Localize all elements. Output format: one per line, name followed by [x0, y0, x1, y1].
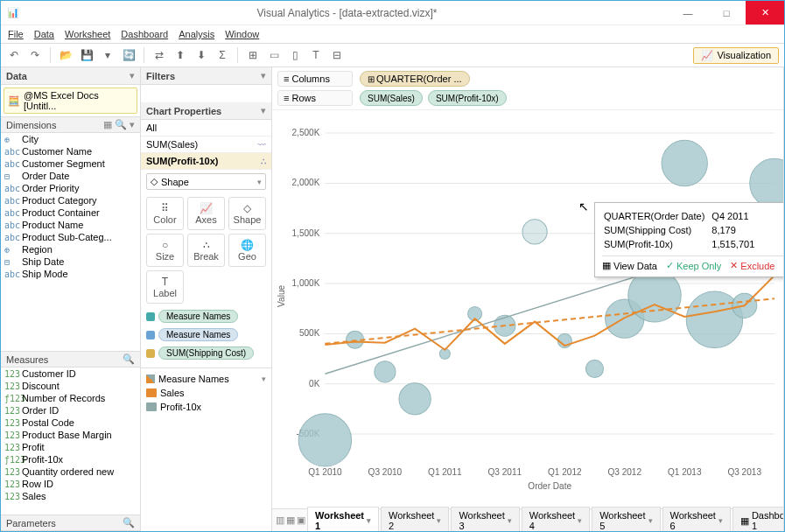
marktype-select[interactable]: ◇ Shape — [146, 173, 266, 190]
columns-pill[interactable]: ⊞ QUARTER(Order ... — [360, 71, 470, 87]
tab-worksheet-1[interactable]: Worksheet 1 ▾ — [307, 507, 379, 531]
svg-text:1,000K: 1,000K — [292, 278, 320, 288]
menu-file[interactable]: File — [8, 29, 24, 39]
totals-icon[interactable]: Σ — [214, 47, 230, 63]
tab-worksheet-2[interactable]: Worksheet 2 ▾ — [381, 507, 449, 531]
search-icon[interactable]: 🔍 — [115, 119, 127, 130]
new-sheet-icon-2[interactable]: ▦ — [286, 514, 295, 526]
menu-worksheet[interactable]: Worksheet — [65, 29, 110, 39]
svg-text:1,500K: 1,500K — [292, 228, 320, 238]
rows-pill-sales[interactable]: SUM(Sales) — [360, 90, 423, 106]
chevron-down-icon[interactable]: ▾ — [130, 70, 135, 81]
open-icon[interactable]: 📂 — [58, 47, 74, 63]
measure-field[interactable]: 123Profit — [1, 441, 140, 453]
dimension-field[interactable]: ⊟Order Date — [1, 170, 140, 182]
app-icon: 📊 — [1, 7, 25, 18]
tab-dashboard-1[interactable]: ▦ Dashboard 1 ▾ — [732, 507, 784, 531]
redo-icon[interactable]: ↷ — [27, 47, 43, 63]
marks-card-shape[interactable]: ◇Shape — [228, 197, 266, 230]
new-dashboard-icon[interactable]: ▣ — [297, 514, 305, 526]
measure-field[interactable]: 123Sales — [1, 490, 140, 502]
toggle1-icon[interactable]: ▭ — [266, 47, 282, 63]
sort-desc-icon[interactable]: ⬇ — [193, 47, 209, 63]
abc-icon[interactable]: T — [308, 47, 324, 63]
keep-only-link[interactable]: ✓ Keep Only — [666, 260, 721, 271]
view-data-link[interactable]: ▦ View Data — [602, 260, 657, 271]
dimension-field[interactable]: abcOrder Priority — [1, 182, 140, 194]
search-icon[interactable]: 🔍 — [123, 517, 135, 528]
dimension-field[interactable]: abcProduct Name — [1, 219, 140, 231]
encoding-row[interactable]: Measure Names — [141, 307, 271, 326]
toggle2-icon[interactable]: ▯ — [287, 47, 303, 63]
dimension-field[interactable]: abcProduct Category — [1, 194, 140, 206]
measure-field[interactable]: 123Customer ID — [1, 368, 140, 380]
chartprops-profit[interactable]: SUM(Profit-10x)∴ — [141, 153, 271, 170]
rows-pill-profit[interactable]: SUM(Profit-10x) — [428, 90, 507, 106]
dimension-field[interactable]: abcCustomer Segment — [1, 158, 140, 170]
measure-field[interactable]: 123Quantity ordered new — [1, 466, 140, 478]
swap-icon[interactable]: ⇄ — [151, 47, 167, 63]
dimension-field[interactable]: ⊕Region — [1, 243, 140, 256]
save-icon[interactable]: 💾 — [79, 47, 95, 63]
menu-window[interactable]: Window — [225, 29, 259, 39]
measure-field[interactable]: ƒ123Number of Records — [1, 392, 140, 404]
marks-card-color[interactable]: ⠿Color — [146, 197, 184, 230]
menu-data[interactable]: Data — [34, 29, 54, 39]
tab-worksheet-4[interactable]: Worksheet 4 ▾ — [522, 507, 590, 531]
marks-card-axes[interactable]: 📈Axes — [187, 197, 225, 230]
measure-field[interactable]: 123Order ID — [1, 404, 140, 416]
grid-icon[interactable]: ▦ — [103, 119, 112, 130]
measure-field[interactable]: ƒ123Profit-10x — [1, 453, 140, 466]
encoding-row[interactable]: SUM(Shipping Cost) — [141, 344, 271, 362]
menu-analysis[interactable]: Analysis — [179, 29, 214, 39]
marks-card-geo[interactable]: 🌐Geo — [228, 234, 266, 267]
svg-point-24 — [298, 414, 351, 466]
chartprops-all[interactable]: All — [141, 120, 271, 136]
measure-field[interactable]: 123Discount — [1, 380, 140, 392]
dimension-field[interactable]: ⊕City — [1, 133, 140, 145]
dimension-field[interactable]: abcProduct Container — [1, 206, 140, 219]
legend-item[interactable]: Profit-10x — [146, 400, 266, 414]
dimension-field[interactable]: abcProduct Sub-Categ... — [1, 231, 140, 243]
marks-card-break[interactable]: ∴Break — [187, 234, 225, 267]
measure-field[interactable]: 123Postal Code — [1, 416, 140, 429]
tab-worksheet-6[interactable]: Worksheet 6 ▾ — [662, 507, 731, 531]
measure-field[interactable]: 123Product Base Margin — [1, 429, 140, 441]
dimension-field[interactable]: abcShip Mode — [1, 268, 140, 280]
measures-list: 123Customer ID123Discountƒ123Number of R… — [1, 368, 140, 514]
undo-icon[interactable]: ↶ — [6, 47, 22, 63]
tab-worksheet-3[interactable]: Worksheet 3 ▾ — [451, 507, 519, 531]
legend-title[interactable]: Measure Names — [146, 372, 266, 386]
menu-dashboard[interactable]: Dashboard — [121, 29, 168, 39]
datasource-item[interactable]: 🧮 @MS Excel Docs [Untitl... — [4, 88, 137, 114]
svg-point-36 — [662, 140, 707, 186]
menubar: File Data Worksheet Dashboard Analysis W… — [1, 25, 784, 43]
chartprops-sales[interactable]: SUM(Sales)〰 — [141, 136, 271, 153]
maximize-button[interactable]: □ — [707, 1, 746, 24]
new-sheet-icon[interactable]: ▥ — [276, 514, 284, 526]
marks-card-label[interactable]: TLabel — [146, 270, 184, 304]
group-icon[interactable]: ⊞ — [245, 47, 261, 63]
sort-asc-icon[interactable]: ⬆ — [172, 47, 188, 63]
dimension-field[interactable]: abcCustomer Name — [1, 145, 140, 158]
minimize-button[interactable]: — — [669, 1, 707, 24]
search-icon[interactable]: 🔍 — [123, 354, 135, 365]
parameters-header: Parameters 🔍 — [1, 514, 140, 531]
measure-field[interactable]: 123Row ID — [1, 478, 140, 490]
chevron-down-icon[interactable]: ▾ — [261, 105, 266, 116]
encoding-row[interactable]: Measure Names — [141, 326, 271, 344]
save-dropdown-icon[interactable]: ▾ — [100, 47, 116, 63]
chart-canvas[interactable]: -500K0K500K1,000K1,500K2,000K2,500KQ1 20… — [272, 110, 783, 508]
tab-worksheet-5[interactable]: Worksheet 5 ▾ — [592, 507, 660, 531]
dimensions-list: ⊕CityabcCustomer NameabcCustomer Segment… — [1, 133, 140, 351]
marks-card-size[interactable]: ○Size — [146, 234, 184, 267]
layout-icon[interactable]: ⊟ — [329, 47, 345, 63]
dimension-field[interactable]: ⊟Ship Date — [1, 256, 140, 268]
filter-dropdown-icon[interactable]: ▾ — [261, 70, 266, 81]
refresh-icon[interactable]: 🔄 — [121, 47, 137, 63]
exclude-link[interactable]: ✕ Exclude — [730, 260, 774, 271]
worksheet-tabs: ▥ ▦ ▣ Worksheet 1 ▾Worksheet 2 ▾Workshee… — [272, 508, 783, 531]
visualization-button[interactable]: 📈 Visualization — [693, 47, 779, 64]
legend-item[interactable]: Sales — [146, 386, 266, 400]
close-button[interactable]: ✕ — [746, 1, 784, 24]
